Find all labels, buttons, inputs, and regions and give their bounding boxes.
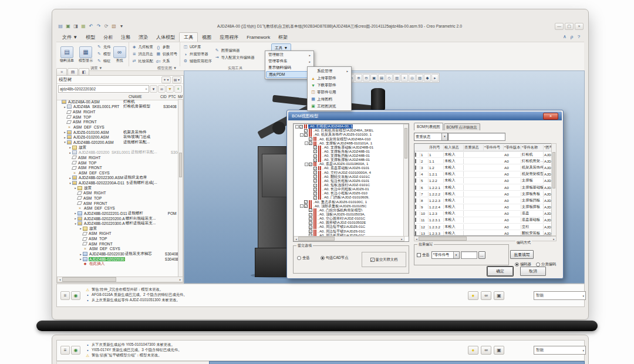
row-checkbox[interactable] [415, 211, 416, 215]
expander-icon[interactable]: ▸ [73, 186, 77, 190]
bom-expander-icon[interactable] [305, 217, 308, 221]
radio-icon[interactable] [297, 256, 301, 260]
menubar-icon[interactable]: ? [575, 33, 582, 41]
batch-select-all-checkbox[interactable] [417, 253, 421, 257]
bom-tree-row[interactable]: ✓ , A0, 空心圆形柱\AJDZ-0101C [294, 217, 404, 221]
status-tool-icon[interactable]: ● [468, 346, 478, 355]
table-row[interactable]: 3 1.2 未检入 A0 机架及装饰件 AJDZ6 [414, 164, 552, 171]
bom-expander-icon[interactable] [309, 175, 313, 178]
bom-checkbox[interactable]: ✓ [309, 221, 312, 225]
ribbon-item[interactable]: ✎模型 [96, 50, 111, 58]
ribbon-item[interactable]: ✎特征 [96, 58, 111, 65]
quick-access-icon[interactable]: ▣ [65, 23, 72, 30]
menu-tab[interactable]: 应用程序 [215, 33, 242, 42]
expander-icon[interactable]: ▸ [79, 257, 83, 261]
bom-expander-icon[interactable]: - [300, 133, 303, 137]
col-partname[interactable]: *零件名称 [521, 145, 544, 150]
tree-hscrollbar[interactable]: ◂ ▸ [57, 277, 183, 282]
tree-row[interactable]: ▸ AJDZ48B-02022201-D11 进瓶螺杆 POM [58, 211, 178, 216]
submenu-item[interactable]: 系统管理▸ [308, 68, 350, 75]
window-control-icon[interactable]: — [555, 23, 564, 30]
bom-tree-hscrollbar[interactable]: ◂ ▸ [294, 236, 404, 241]
tree-row[interactable]: ▾ AJDZ48B-02022200A-D11_5 进瓶螺杆总成(... [58, 180, 178, 186]
tree-col-cid[interactable]: CID [160, 95, 168, 99]
row-checkbox[interactable] [415, 166, 416, 170]
bom-expander-icon[interactable]: - [305, 141, 308, 145]
tree-row[interactable]: ▾ AJDZ48B-020200.ASM 进瓶螺杆装配... [58, 140, 178, 145]
menu-tab[interactable]: 模型 [82, 33, 99, 42]
submit-linked-docs[interactable]: ✓ 提交关联文档 [362, 252, 406, 267]
tree-row[interactable]: ▸ AJDZ48B-02022300.ASM 进瓶绞龙右座 [58, 176, 178, 181]
ribbon-item[interactable]: ≣消息日志 [131, 50, 153, 58]
bom-expander-icon[interactable] [309, 154, 313, 158]
message-tool-icon[interactable]: ◉ [71, 291, 80, 300]
message-tool-icon[interactable]: ◉ [71, 346, 80, 355]
quick-access-icon[interactable]: ◨ [72, 23, 79, 30]
tree-row[interactable]: ASM_FRONT [58, 241, 178, 247]
menu-tab[interactable]: 人体模型 [152, 33, 179, 42]
tree-header-icon[interactable]: ✦ ▾ [161, 76, 171, 83]
bom-checkbox[interactable]: ✓ [313, 188, 317, 191]
selection-filter-select[interactable]: 智能 ▾ [534, 346, 586, 355]
tree-col-cname[interactable]: CNAME [129, 95, 160, 99]
tree-row[interactable]: ASM_TOP [58, 114, 178, 120]
col-checkin[interactable]: 检入状态 [444, 145, 464, 150]
ribbon-item[interactable]: ()参数 [156, 43, 177, 50]
selection-filter-select[interactable]: 智能 ▾ [534, 291, 586, 300]
col-version[interactable]: *零件版本 [504, 145, 521, 150]
ribbon-item[interactable]: ▦切换符号 [156, 50, 177, 58]
submenu-item[interactable]: ◫零部件引用 [308, 89, 350, 96]
radio-icon[interactable] [515, 262, 519, 267]
bom-expander-icon[interactable] [309, 171, 313, 174]
cancel-button[interactable]: 取消 [520, 267, 546, 276]
bom-tree-row[interactable]: ✓ , A0, 短板连接柱\AJDZ-0101C [294, 183, 404, 187]
expander-icon[interactable]: ▸ [79, 252, 83, 256]
menu-tab[interactable]: 框架 [274, 33, 292, 42]
status-tool-icon[interactable]: ▣ [494, 291, 504, 300]
tree-row[interactable]: ASM_FRONT [58, 201, 178, 206]
ribbon-item[interactable]: ✎图查编辑器 [214, 47, 255, 54]
bom-checkbox[interactable]: ✓ [313, 159, 317, 162]
tree-row[interactable]: ▸ AJDZ6-010200.ASM 装饰玻璃门总成 [58, 134, 178, 140]
bom-checkbox[interactable]: ✓ [309, 208, 312, 212]
group-caption-model-intent[interactable]: 模型意图 ▼ [157, 66, 177, 71]
table-row[interactable]: 9 1.2.2.4 未检入 A0 支撑板撑板 AJDZ4 [414, 204, 552, 211]
row-checkbox[interactable] [415, 172, 416, 176]
col-seq[interactable]: 序列号 [429, 145, 444, 150]
bom-checkbox[interactable]: ✓ [304, 204, 308, 208]
tree-row[interactable]: ASM_FRONT [58, 120, 178, 125]
tree-row[interactable]: ASM_RIGHT [58, 191, 178, 196]
bom-expander-icon[interactable] [309, 196, 313, 200]
bom-checkbox[interactable]: ✓ [309, 225, 312, 229]
ribbon-item[interactable]: ⇄比较装配 [131, 58, 153, 65]
table-row[interactable]: 11 1.2.3.1 未检入 A0 底盘基础板 AJDZ6 [414, 217, 552, 224]
bom-checkbox[interactable]: ✓ [313, 175, 317, 178]
menu-tab[interactable]: 渲染 [134, 33, 152, 42]
row-checkbox[interactable] [415, 192, 416, 196]
search-tool-icon[interactable]: + [174, 85, 182, 93]
menu-tab[interactable]: 文件 ▼ [58, 33, 82, 42]
tree-row[interactable]: ▸ 放置 [58, 145, 178, 150]
bom-checkbox[interactable]: ✓ [313, 167, 317, 170]
menu-item[interactable]: 管理零件库▸ [266, 58, 313, 65]
row-checkbox[interactable] [415, 205, 416, 209]
search-tool-icon[interactable]: ∞ [158, 85, 166, 93]
tree-row[interactable]: ASM_RIGHT [58, 155, 178, 160]
group-caption-investigate[interactable]: 调查 ▼ [90, 66, 103, 71]
bom-tree-row[interactable]: ✓ , A0, 周边短平锁3\AJDZ6-01C [294, 230, 404, 234]
status-tool-icon[interactable]: ∞ [481, 291, 491, 300]
submenu-item[interactable]: ▼下载零部件 [308, 82, 350, 89]
chevron-down-icon[interactable]: ▾ [441, 133, 447, 140]
bom-expander-icon[interactable] [300, 129, 303, 133]
bom-checkbox[interactable]: ✓ [313, 171, 317, 174]
viewport-tool-icon[interactable]: × [401, 74, 408, 82]
bom-expander-icon[interactable] [305, 137, 308, 141]
bom-checkbox[interactable]: ✓ [313, 192, 317, 196]
tree-row[interactable]: ASM_DEF_CSYS [58, 247, 178, 252]
bom-tree-vscrollbar[interactable] [403, 124, 409, 237]
tree-hscroll-thumb[interactable] [62, 277, 116, 282]
row-checkbox[interactable] [415, 225, 416, 229]
bom-tree-row[interactable]: ✓ , A0, 短边长框板\AJDZ6-0101 [294, 179, 404, 183]
bom-tree-row[interactable]: - ✓ , A0, 顶部承重板\AJDZ6-010105C [294, 204, 404, 208]
find-button[interactable]: ∞ 查找 [113, 46, 127, 63]
